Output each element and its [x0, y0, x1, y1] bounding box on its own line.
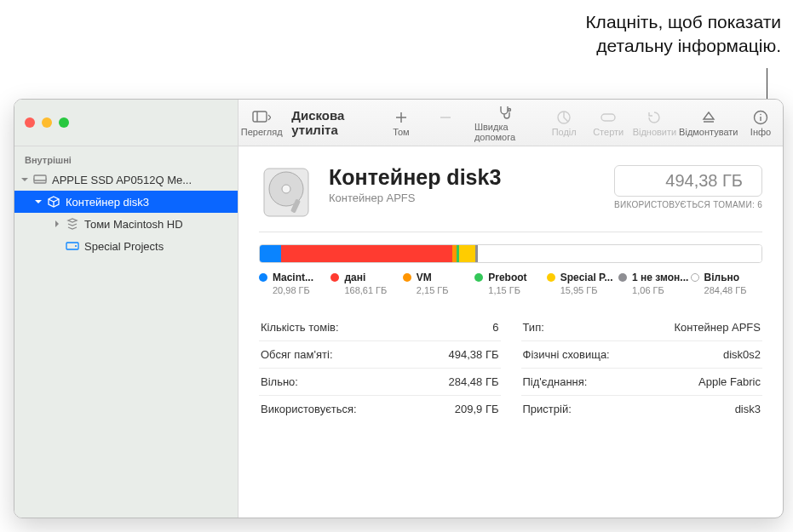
swatch-icon — [403, 273, 411, 282]
info-column-right: Тип:Контейнер APFSФізичні сховища:disk0s… — [521, 314, 763, 422]
used-by-volumes: ВИКОРИСТОВУЄТЬСЯ ТОМАМИ: 6 — [614, 200, 762, 209]
swatch-icon — [691, 273, 699, 282]
sidebar: Внутрішні APPLE SSD AP0512Q Me... Контей… — [14, 146, 238, 518]
eject-icon — [702, 108, 715, 127]
info-icon — [753, 108, 768, 127]
swatch-icon — [330, 273, 339, 282]
unmount-button[interactable]: Відмонтувати — [679, 100, 738, 146]
titlebar: Перегляд Дискова утиліта Том Швидка допо… — [14, 100, 783, 146]
info-row: Фізичні сховища:disk0s2 — [521, 341, 763, 369]
info-key: Кількість томів: — [261, 321, 339, 334]
svg-rect-7 — [601, 114, 615, 121]
sidebar-icon — [252, 108, 271, 127]
info-key: Під'єднання: — [523, 375, 588, 388]
swatch-icon — [618, 273, 627, 282]
zoom-icon[interactable] — [59, 117, 69, 128]
info-row: Пристрій:disk3 — [521, 396, 763, 422]
sidebar-item-volume-group[interactable]: Томи Macintosh HD — [14, 213, 238, 235]
disk-image-icon — [259, 165, 313, 220]
container-icon — [47, 196, 60, 208]
legend-label: Вільно — [704, 272, 740, 283]
traffic-lights — [14, 100, 238, 146]
disclosure-icon[interactable] — [52, 220, 62, 227]
legend-size: 15,95 ГБ — [547, 285, 618, 295]
info-row: Кількість томів:6 — [259, 314, 501, 341]
info-key: Вільно: — [261, 375, 298, 388]
plus-icon — [395, 108, 407, 127]
sidebar-section-internal: Внутрішні — [14, 152, 238, 169]
legend-item: Macint...20,98 ГБ — [259, 272, 330, 295]
legend-size: 1,15 ГБ — [474, 285, 546, 295]
legend-size: 20,98 ГБ — [259, 285, 330, 295]
info-value: 284,48 ГБ — [449, 375, 499, 388]
legend-label: Macint... — [273, 272, 313, 283]
svg-rect-0 — [253, 112, 267, 122]
info-value: 6 — [492, 321, 498, 334]
disclosure-icon[interactable] — [33, 198, 43, 205]
info-value: Контейнер APFS — [675, 321, 761, 334]
disk-icon — [33, 174, 47, 185]
usage-legend: Macint...20,98 ГБдані168,61 ГБVM2,15 ГБP… — [259, 272, 762, 295]
first-aid-button[interactable]: Швидка допомога — [468, 100, 542, 146]
svg-point-18 — [282, 185, 290, 193]
pie-icon — [556, 108, 572, 127]
info-key: Пристрій: — [523, 403, 572, 415]
usage-bar — [259, 244, 762, 263]
divider — [259, 232, 762, 232]
app-title: Дискова утиліта — [284, 100, 379, 146]
view-button[interactable]: Перегляд — [238, 100, 284, 146]
info-button[interactable]: Інфо — [738, 100, 783, 146]
legend-item: Special P...15,95 ГБ — [547, 272, 618, 295]
erase-icon — [600, 108, 617, 127]
legend-size: 1,06 ГБ — [618, 285, 690, 295]
info-key: Обсяг пам'яті: — [261, 348, 333, 361]
container-title: Контейнер disk3 — [329, 165, 599, 190]
legend-item: 1 не змон...1,06 ГБ — [618, 272, 690, 295]
legend-label: VM — [417, 272, 432, 283]
legend-item: VM2,15 ГБ — [403, 272, 474, 295]
restore-button: Відновити — [630, 100, 678, 146]
usage-segment — [459, 245, 475, 262]
legend-item: Вільно284,48 ГБ — [691, 272, 762, 295]
capacity-box: 494,38 ГБ — [614, 165, 762, 197]
legend-item: Preboot1,15 ГБ — [474, 272, 546, 295]
info-value: 209,9 ГБ — [455, 403, 499, 415]
disclosure-icon[interactable] — [20, 176, 30, 183]
info-column-left: Кількість томів:6Обсяг пам'яті:494,38 ГБ… — [259, 314, 501, 422]
legend-size: 284,48 ГБ — [691, 285, 762, 295]
volumes-icon — [66, 218, 79, 230]
info-value: 494,38 ГБ — [449, 348, 499, 361]
minus-icon — [440, 108, 451, 127]
disk-utility-window: Перегляд Дискова утиліта Том Швидка допо… — [14, 99, 784, 518]
usage-segment — [281, 245, 452, 262]
annotation-callout: Клацніть, щоб показати детальну інформац… — [585, 10, 781, 59]
info-value: Apple Fabric — [698, 375, 761, 388]
info-value: disk0s2 — [723, 348, 761, 361]
main-pane: Контейнер disk3 Контейнер APFS 494,38 ГБ… — [238, 146, 783, 518]
volume-icon — [66, 241, 79, 251]
minimize-icon[interactable] — [42, 117, 52, 128]
close-icon[interactable] — [25, 117, 35, 128]
legend-item: дані168,61 ГБ — [330, 272, 402, 295]
toolbar: Перегляд Дискова утиліта Том Швидка допо… — [238, 100, 783, 146]
svg-point-5 — [508, 109, 510, 112]
sidebar-item-container[interactable]: Контейнер disk3 — [14, 191, 238, 213]
svg-point-10 — [760, 114, 761, 116]
add-volume-button[interactable]: Том — [379, 100, 423, 146]
remove-volume-button — [423, 100, 468, 146]
sidebar-item-physical-disk[interactable]: APPLE SSD AP0512Q Me... — [14, 169, 238, 191]
swatch-icon — [259, 273, 267, 282]
info-row: Використовується:209,9 ГБ — [259, 396, 501, 422]
info-row: Під'єднання:Apple Fabric — [521, 369, 763, 396]
info-row: Обсяг пам'яті:494,38 ГБ — [259, 341, 501, 369]
erase-button: Стерти — [586, 100, 630, 146]
info-key: Фізичні сховища: — [523, 348, 610, 361]
svg-rect-13 — [34, 175, 46, 180]
legend-label: 1 не змон... — [632, 272, 688, 283]
stethoscope-icon — [497, 103, 513, 122]
info-value: disk3 — [735, 403, 761, 415]
legend-label: Preboot — [488, 272, 526, 283]
info-key: Тип: — [523, 321, 544, 334]
legend-label: Special P... — [560, 272, 613, 283]
sidebar-item-volume-special[interactable]: Special Projects — [14, 235, 238, 257]
